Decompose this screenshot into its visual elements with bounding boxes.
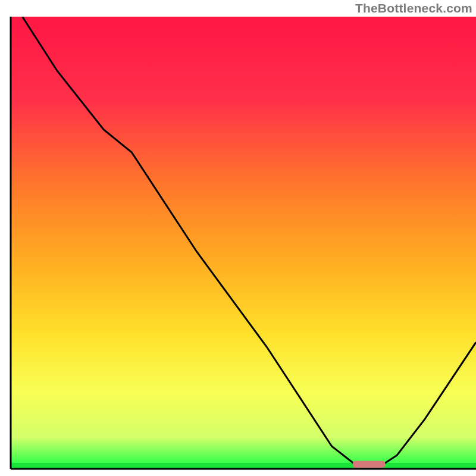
bottleneck-chart <box>0 0 476 476</box>
chart-container: { "watermark": "TheBottleneck.com", "cha… <box>0 0 476 476</box>
optimal-marker <box>353 461 386 468</box>
gradient-background <box>11 17 476 469</box>
